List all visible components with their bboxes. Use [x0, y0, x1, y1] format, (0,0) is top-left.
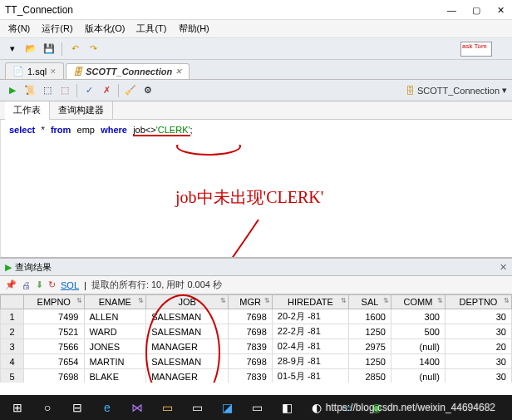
table-cell: 1: [1, 309, 24, 324]
annotation-arrow: [59, 145, 358, 258]
tab-connection[interactable]: 🗄 SCOTT_Connection ✕: [66, 63, 190, 79]
table-cell: 7839: [229, 339, 273, 354]
rollback-icon[interactable]: ✗: [99, 83, 114, 98]
autotrace-icon[interactable]: ⬚: [57, 83, 72, 98]
open-icon[interactable]: 📂: [23, 42, 38, 57]
sql-link[interactable]: SQL: [61, 280, 79, 290]
column-header[interactable]: JOB⇅: [146, 295, 229, 309]
run-icon: ▶: [5, 262, 12, 273]
table-cell: 02-4月 -81: [272, 339, 348, 354]
tab-query-builder[interactable]: 查询构建器: [50, 101, 113, 119]
results-close-icon[interactable]: ✕: [500, 262, 507, 273]
menu-bar: 将(N) 运行(R) 版本化(O) 工具(T) 帮助(H): [0, 20, 512, 38]
tab-close-icon[interactable]: ✕: [50, 67, 57, 76]
table-cell: 2850: [349, 369, 391, 383]
menu-item-tools[interactable]: 工具(T): [131, 21, 171, 37]
table-row[interactable]: 27521WARDSALESMAN769822-2月 -81125050030: [1, 324, 512, 339]
maximize-button[interactable]: ▢: [472, 5, 482, 15]
connection-selector[interactable]: 🗄 SCOTT_Connection ▾: [406, 85, 507, 96]
separator: [118, 84, 119, 97]
minimize-button[interactable]: —: [447, 5, 457, 15]
pin-icon[interactable]: 📌: [5, 279, 17, 290]
save-icon[interactable]: 💾: [42, 42, 57, 57]
table-cell: 28-9月 -81: [272, 354, 348, 369]
app-icon[interactable]: ▭: [183, 396, 211, 419]
table-cell: 30: [445, 324, 511, 339]
db-icon: 🗄: [406, 86, 415, 96]
table-cell: 30: [445, 354, 511, 369]
column-header[interactable]: ENAME⇅: [84, 295, 146, 309]
table-cell: 1600: [349, 309, 391, 324]
explain-icon[interactable]: ⬚: [40, 83, 55, 98]
windows-taskbar: ⊞ ○ ⊟ e ⋈ ▭ ▭ ◪ ▭ ◧ ◐ ▭ ◉: [0, 395, 512, 420]
tab-label: 1.sql: [27, 67, 47, 77]
svg-point-0: [177, 145, 240, 155]
title-bar: TT_Connection — ▢ ✕: [0, 0, 512, 20]
redo-icon[interactable]: ↷: [86, 42, 101, 57]
menu-item-help[interactable]: 帮助(H): [174, 21, 214, 37]
menu-item-version[interactable]: 版本化(O): [80, 21, 130, 37]
results-tab-bar: ▶ 查询结果 ✕: [0, 258, 512, 276]
table-cell: 3: [1, 339, 24, 354]
sql-line: select * from emp where job<>'CLERK';: [9, 125, 504, 136]
close-button[interactable]: ✕: [497, 5, 507, 15]
sqldev-icon[interactable]: ▭: [332, 396, 361, 419]
table-row[interactable]: 37566JONESMANAGER783902-4月 -812975(null)…: [1, 339, 512, 354]
dropdown-icon[interactable]: ▾: [5, 42, 20, 57]
export-icon[interactable]: ⬇: [36, 279, 43, 290]
column-header[interactable]: HIREDATE⇅: [272, 295, 348, 309]
table-cell: 7698: [229, 324, 273, 339]
column-header[interactable]: MGR⇅: [229, 295, 273, 309]
run-script-icon[interactable]: 📜: [22, 83, 37, 98]
column-header[interactable]: DEPTNO⇅: [445, 295, 511, 309]
app-icon-4[interactable]: ◧: [273, 396, 301, 419]
vs-icon[interactable]: ⋈: [123, 396, 151, 419]
worksheet-tabs: 工作表 查询构建器: [0, 101, 512, 120]
separator: |: [84, 280, 86, 290]
menu-item-n[interactable]: 将(N): [3, 21, 35, 37]
table-cell: 20: [445, 339, 511, 354]
tab-worksheet[interactable]: 工作表: [5, 101, 50, 121]
table-cell: MANAGER: [146, 369, 229, 383]
explorer-icon[interactable]: ▭: [153, 396, 181, 419]
wechat-icon[interactable]: ◉: [362, 396, 391, 419]
table-cell: 2: [1, 324, 24, 339]
column-header[interactable]: COMM⇅: [391, 295, 445, 309]
table-cell: 500: [391, 324, 445, 339]
start-button[interactable]: ⊞: [3, 396, 32, 419]
app-icon-5[interactable]: ◐: [303, 396, 331, 419]
table-cell: WARD: [84, 324, 146, 339]
results-grid[interactable]: EMPNO⇅ENAME⇅JOB⇅MGR⇅HIREDATE⇅SAL⇅COMM⇅DE…: [0, 294, 512, 383]
edge-icon[interactable]: e: [93, 396, 121, 419]
table-row[interactable]: 17499ALLENSALESMAN769820-2月 -81160030030: [1, 309, 512, 324]
column-header[interactable]: SAL⇅: [349, 295, 391, 309]
print-icon[interactable]: 🖨: [22, 280, 31, 290]
sql-editor[interactable]: select * from emp where job<>'CLERK'; jo…: [0, 120, 512, 258]
column-header[interactable]: EMPNO⇅: [24, 295, 85, 309]
table-cell: 22-2月 -81: [272, 324, 348, 339]
clear-icon[interactable]: 🧹: [123, 83, 138, 98]
menu-item-run[interactable]: 运行(R): [37, 21, 77, 37]
commit-icon[interactable]: ✓: [81, 83, 96, 98]
table-cell: 30: [445, 309, 511, 324]
refresh-icon[interactable]: ↻: [48, 279, 56, 290]
settings-icon[interactable]: ⚙: [140, 83, 155, 98]
table-cell: 01-5月 -81: [272, 369, 348, 383]
table-row[interactable]: 57698BLAKEMANAGER783901-5月 -812850(null)…: [1, 369, 512, 383]
table-row[interactable]: 47654MARTINSALESMAN769828-9月 -8112501400…: [1, 354, 512, 369]
cortana-icon[interactable]: ○: [33, 396, 62, 419]
tab-close-icon[interactable]: ✕: [175, 67, 182, 76]
table-cell: 1250: [349, 324, 391, 339]
results-tab-label[interactable]: 查询结果: [15, 261, 52, 274]
table-cell: 2975: [349, 339, 391, 354]
table-cell: 7499: [24, 309, 85, 324]
run-icon[interactable]: ▶: [5, 83, 20, 98]
tab-sql-file[interactable]: 📄 1.sql ✕: [5, 62, 64, 79]
ask-tom-widget[interactable]: ask Tom: [460, 42, 492, 57]
taskview-icon[interactable]: ⊟: [63, 396, 91, 419]
app-icon-3[interactable]: ▭: [243, 396, 271, 419]
column-header[interactable]: [1, 295, 24, 309]
fetch-info: 提取的所有行: 10, 用时 0.004 秒: [91, 279, 222, 291]
app-icon-2[interactable]: ◪: [213, 396, 241, 419]
undo-icon[interactable]: ↶: [67, 42, 82, 57]
